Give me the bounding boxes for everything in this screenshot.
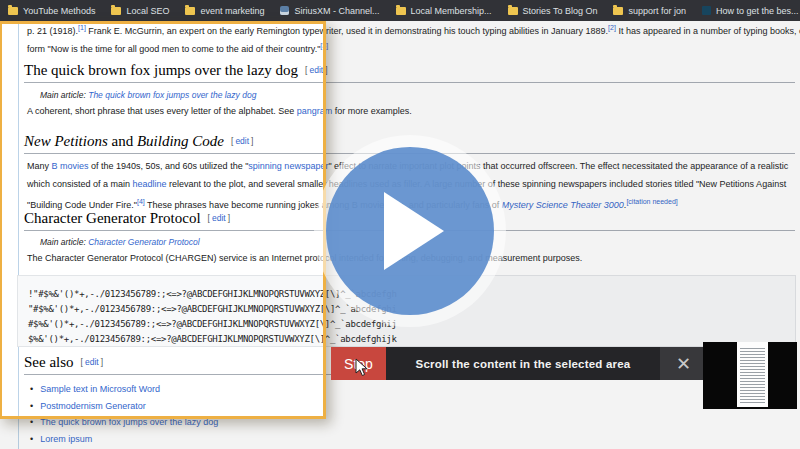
folder-icon	[8, 7, 18, 15]
bookmark-item[interactable]: Stories To Blog On	[508, 0, 598, 21]
bookmark-item[interactable]: YouTube Methods	[8, 0, 95, 21]
close-button[interactable]: ✕	[660, 347, 707, 380]
capture-toolbar: Stop Scroll the content in the selected …	[331, 347, 707, 380]
bookmark-label: Local SEO	[126, 6, 169, 16]
bookmark-label: support for jon	[628, 6, 686, 16]
folder-icon	[613, 7, 623, 15]
play-icon	[384, 192, 444, 270]
bookmark-label: event marketing	[200, 6, 264, 16]
list-item: • Lorem ipsum	[30, 431, 218, 448]
screen-recording-frame: YouTube Methods Local SEO event marketin…	[0, 0, 800, 449]
video-preview-thumbnail[interactable]	[703, 342, 797, 409]
close-icon: ✕	[676, 353, 691, 375]
bookmarks-bar: YouTube Methods Local SEO event marketin…	[0, 0, 800, 21]
folder-icon	[111, 7, 121, 15]
thumbnail-text-lines	[740, 346, 765, 404]
bookmark-label: SiriusXM - Channel...	[294, 6, 379, 16]
play-button[interactable]	[326, 147, 494, 315]
bookmark-label: Local Membership...	[411, 6, 492, 16]
folder-icon	[508, 7, 518, 15]
bookmark-item[interactable]: event marketing	[185, 0, 264, 21]
bullet: •	[30, 434, 33, 444]
site-favicon-icon	[702, 6, 711, 15]
mouse-cursor	[355, 358, 368, 377]
thumbnail-page-strip	[737, 342, 768, 407]
bookmark-label: Stories To Blog On	[523, 6, 598, 16]
folder-icon	[396, 7, 406, 15]
see-also-link[interactable]: Lorem ipsum	[40, 434, 92, 444]
bookmark-item[interactable]: Local Membership...	[396, 0, 492, 21]
bookmark-label: YouTube Methods	[23, 6, 95, 16]
toolbar-message: Scroll the content in the selected area	[386, 347, 660, 380]
bookmark-item[interactable]: SiriusXM - Channel...	[280, 0, 379, 21]
capture-selection-rectangle[interactable]	[0, 21, 326, 419]
bookmark-item[interactable]: How to get the bes...	[702, 0, 799, 21]
folder-icon	[185, 7, 195, 15]
bookmark-item[interactable]: Local SEO	[111, 0, 169, 21]
bookmark-label: How to get the bes...	[716, 6, 799, 16]
site-favicon-icon	[280, 6, 289, 15]
bookmark-item[interactable]: support for jon	[613, 0, 686, 21]
